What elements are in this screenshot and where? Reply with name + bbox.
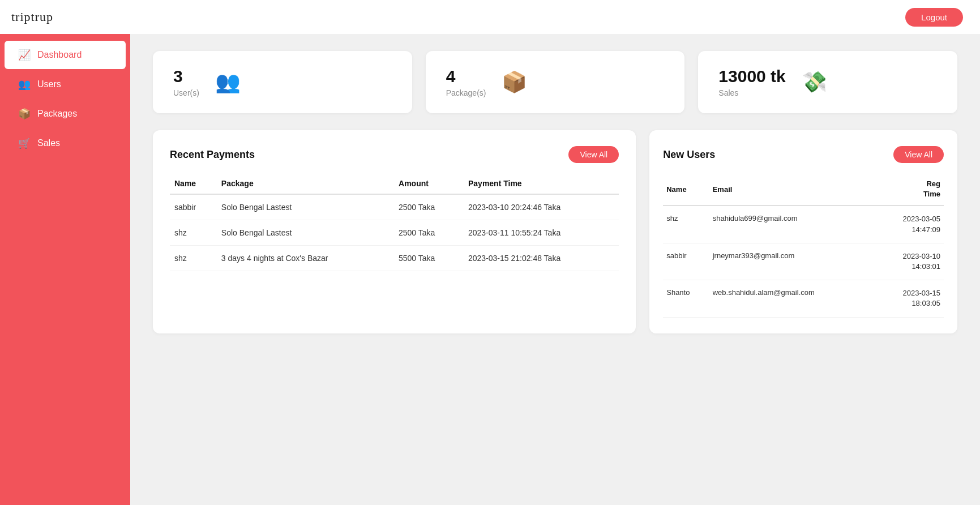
payments-view-all-button[interactable]: View All bbox=[568, 146, 619, 163]
col-amount: Amount bbox=[394, 173, 464, 194]
nu-name: shz bbox=[663, 206, 709, 243]
payments-table-body: sabbir Solo Bengal Lastest 2500 Taka 202… bbox=[170, 194, 619, 271]
table-row: sabbir Solo Bengal Lastest 2500 Taka 202… bbox=[170, 194, 619, 220]
nu-email: shahidula699@gmail.com bbox=[709, 206, 876, 243]
stat-card-users: 3 User(s) 👥 bbox=[153, 51, 412, 113]
sidebar-item-sales[interactable]: 🛒 Sales bbox=[5, 129, 126, 157]
payment-name: sabbir bbox=[170, 194, 217, 220]
nu-email: jrneymar393@gmail.com bbox=[709, 243, 876, 280]
nu-regtime: 2023-03-1518:03:05 bbox=[876, 280, 944, 317]
payment-time: 2023-03-10 20:24:46 Taka bbox=[464, 194, 619, 220]
nu-col-name: Name bbox=[663, 173, 709, 206]
table-row: shz shahidula699@gmail.com 2023-03-0514:… bbox=[663, 206, 944, 243]
sidebar-nav: 📈 Dashboard 👥 Users 📦 Packages 🛒 Sales bbox=[0, 34, 130, 164]
sidebar-item-label: Sales bbox=[37, 138, 60, 148]
sales-value: 13000 tk bbox=[718, 67, 785, 86]
table-row: shz 3 days 4 nights at Cox's Bazar 5500 … bbox=[170, 246, 619, 271]
payments-table: Name Package Amount Payment Time sabbir … bbox=[170, 173, 619, 271]
payments-table-header-row: Name Package Amount Payment Time bbox=[170, 173, 619, 194]
dashboard-icon: 📈 bbox=[18, 49, 31, 61]
sales-stat-icon: 💸 bbox=[802, 70, 827, 94]
payment-package: Solo Bengal Lastest bbox=[217, 194, 394, 220]
payment-amount: 2500 Taka bbox=[394, 220, 464, 246]
users-count: 3 bbox=[173, 67, 199, 86]
new-users-view-all-button[interactable]: View All bbox=[893, 146, 944, 163]
sidebar-item-dashboard[interactable]: 📈 Dashboard bbox=[5, 41, 126, 69]
sidebar-item-label: Dashboard bbox=[37, 50, 82, 60]
payment-package: Solo Bengal Lastest bbox=[217, 220, 394, 246]
packages-stat-icon: 📦 bbox=[502, 70, 527, 94]
nu-col-email: Email bbox=[709, 173, 876, 206]
stat-cards: 3 User(s) 👥 4 Package(s) 📦 13000 tk Sale… bbox=[153, 51, 957, 113]
col-payment-time: Payment Time bbox=[464, 173, 619, 194]
table-row: shz Solo Bengal Lastest 2500 Taka 2023-0… bbox=[170, 220, 619, 246]
new-users-panel: New Users View All Name Email RegTime sh… bbox=[649, 130, 957, 333]
new-users-table: Name Email RegTime shz shahidula699@gmai… bbox=[663, 173, 944, 318]
col-name: Name bbox=[170, 173, 217, 194]
sidebar-item-users[interactable]: 👥 Users bbox=[5, 70, 126, 99]
new-users-table-body: shz shahidula699@gmail.com 2023-03-0514:… bbox=[663, 206, 944, 317]
nu-name: sabbir bbox=[663, 243, 709, 280]
app-logo: triptrup bbox=[11, 10, 53, 24]
packages-count: 4 bbox=[446, 67, 486, 86]
sidebar-logo-area: triptrup bbox=[0, 0, 130, 34]
stat-card-packages: 4 Package(s) 📦 bbox=[426, 51, 685, 113]
sidebar-item-packages[interactable]: 📦 Packages bbox=[5, 100, 126, 128]
sidebar-item-label: Users bbox=[37, 79, 61, 89]
users-label: User(s) bbox=[173, 88, 199, 97]
payment-name: shz bbox=[170, 220, 217, 246]
payments-panel-header: Recent Payments View All bbox=[170, 146, 619, 163]
nu-col-regtime: RegTime bbox=[876, 173, 944, 206]
new-users-title: New Users bbox=[663, 149, 715, 161]
content: 3 User(s) 👥 4 Package(s) 📦 13000 tk Sale… bbox=[130, 34, 980, 505]
nu-regtime: 2023-03-0514:47:09 bbox=[876, 206, 944, 243]
payment-package: 3 days 4 nights at Cox's Bazar bbox=[217, 246, 394, 271]
nu-regtime: 2023-03-1014:03:01 bbox=[876, 243, 944, 280]
col-package: Package bbox=[217, 173, 394, 194]
payment-amount: 5500 Taka bbox=[394, 246, 464, 271]
table-row: sabbir jrneymar393@gmail.com 2023-03-101… bbox=[663, 243, 944, 280]
nu-name: Shanto bbox=[663, 280, 709, 317]
table-row: Shanto web.shahidul.alam@gmail.com 2023-… bbox=[663, 280, 944, 317]
logout-button[interactable]: Logout bbox=[905, 8, 963, 27]
stat-card-sales: 13000 tk Sales 💸 bbox=[698, 51, 957, 113]
users-icon: 👥 bbox=[18, 78, 31, 91]
main-area: Logout 3 User(s) 👥 4 Package(s) 📦 bbox=[130, 0, 980, 505]
new-users-panel-header: New Users View All bbox=[663, 146, 944, 163]
sidebar: triptrup 📈 Dashboard 👥 Users 📦 Packages … bbox=[0, 0, 130, 505]
payment-time: 2023-03-15 21:02:48 Taka bbox=[464, 246, 619, 271]
users-stat-icon: 👥 bbox=[215, 70, 241, 94]
payment-time: 2023-03-11 10:55:24 Taka bbox=[464, 220, 619, 246]
sales-label: Sales bbox=[718, 88, 785, 97]
new-users-header-row: Name Email RegTime bbox=[663, 173, 944, 206]
header: Logout bbox=[130, 0, 980, 34]
payments-title: Recent Payments bbox=[170, 149, 255, 161]
payment-amount: 2500 Taka bbox=[394, 194, 464, 220]
lower-panels: Recent Payments View All Name Package Am… bbox=[153, 130, 957, 333]
payment-name: shz bbox=[170, 246, 217, 271]
packages-label: Package(s) bbox=[446, 88, 486, 97]
packages-icon: 📦 bbox=[18, 108, 31, 120]
nu-email: web.shahidul.alam@gmail.com bbox=[709, 280, 876, 317]
sidebar-item-label: Packages bbox=[37, 109, 77, 119]
sales-icon: 🛒 bbox=[18, 137, 31, 149]
recent-payments-panel: Recent Payments View All Name Package Am… bbox=[153, 130, 636, 333]
